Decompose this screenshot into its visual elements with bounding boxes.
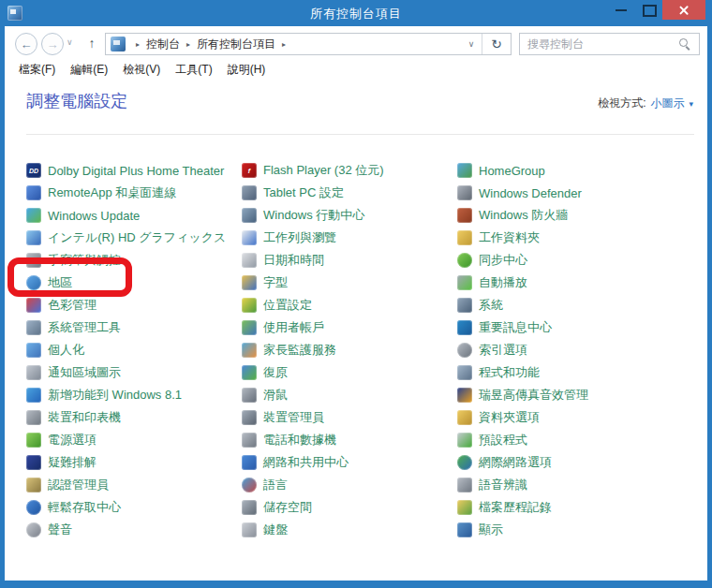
device-manager-icon — [242, 410, 257, 425]
control-panel-item[interactable]: 瑞昱高傳真音效管理 — [457, 384, 693, 406]
control-panel-item[interactable]: 手寫筆與觸控 — [26, 249, 242, 272]
item-label: 資料夾選項 — [479, 409, 540, 426]
address-dropdown-button[interactable]: ∨ — [461, 34, 482, 54]
control-panel-item[interactable]: 復原 — [242, 361, 457, 384]
control-panel-item[interactable]: 語音辨識 — [457, 474, 693, 496]
breadcrumb-all-items[interactable]: 所有控制台項目 — [197, 37, 275, 52]
menu-help[interactable]: 說明(H) — [220, 59, 274, 81]
item-label: 電話和數據機 — [263, 432, 336, 448]
control-panel-item[interactable]: Windows 防火牆 — [457, 204, 693, 227]
refresh-button[interactable]: ↻ — [482, 34, 511, 54]
control-panel-item[interactable]: 認證管理員 — [26, 474, 242, 496]
control-panel-item[interactable]: 使用者帳戶 — [242, 316, 457, 339]
control-panel-item[interactable]: 系統 — [457, 294, 693, 316]
control-panel-item[interactable]: 疑難排解 — [26, 451, 242, 474]
search-box[interactable] — [519, 33, 700, 55]
close-button[interactable] — [662, 0, 705, 20]
control-panel-item[interactable]: 色彩管理 — [26, 294, 242, 316]
breadcrumb-separator-icon: ▸ — [136, 40, 140, 49]
control-panel-item[interactable]: 鍵盤 — [242, 519, 457, 541]
control-panel-item[interactable]: DDDolby Digital Plus Home Theater — [26, 159, 242, 182]
maximize-button[interactable] — [637, 0, 661, 21]
search-input[interactable] — [520, 37, 677, 51]
control-panel-item[interactable]: 系統管理工具 — [26, 316, 242, 339]
control-panel-item[interactable]: 新增功能到 Windows 8.1 — [26, 384, 242, 406]
control-panel-item[interactable]: HomeGroup — [457, 159, 693, 182]
control-panel-item[interactable]: 字型 — [242, 272, 457, 294]
control-panel-item[interactable]: 裝置和印表機 — [26, 406, 242, 429]
close-icon — [678, 5, 690, 16]
item-label: 日期和時間 — [263, 252, 324, 269]
breadcrumb-control-panel[interactable]: 控制台 — [146, 37, 180, 52]
control-panel-item[interactable]: fFlash Player (32 位元) — [242, 159, 457, 182]
menu-tools[interactable]: 工具(T) — [168, 59, 219, 81]
intel-hd-graphics-icon — [26, 230, 41, 245]
control-panel-item[interactable]: 電源選項 — [26, 429, 242, 451]
control-panel-item[interactable]: 工作列與瀏覽 — [242, 227, 457, 249]
internet-options-icon — [457, 455, 472, 470]
item-label: Tablet PC 設定 — [263, 184, 344, 201]
minimize-button[interactable] — [609, 0, 633, 21]
item-label: 索引選項 — [479, 342, 527, 359]
control-panel-item[interactable]: 電話和數據機 — [242, 429, 457, 451]
control-panel-item[interactable]: 程式和功能 — [457, 361, 693, 384]
file-history-icon — [457, 500, 472, 515]
storage-spaces-icon — [242, 500, 257, 515]
control-panel-item[interactable]: 預設程式 — [457, 429, 693, 451]
menu-edit[interactable]: 編輯(E) — [63, 59, 115, 81]
control-panel-item[interactable]: 地區 — [26, 272, 242, 294]
view-by-value[interactable]: 小圖示 — [650, 96, 684, 111]
up-button[interactable]: ↑ — [82, 33, 102, 53]
control-panel-item[interactable]: 個人化 — [26, 339, 242, 361]
control-panel-item[interactable]: 聲音 — [26, 519, 242, 541]
item-label: 工作列與瀏覽 — [263, 229, 336, 246]
control-panel-item[interactable]: Tablet PC 設定 — [242, 182, 457, 204]
control-panel-item[interactable]: 輕鬆存取中心 — [26, 496, 242, 519]
control-panel-item[interactable]: 同步中心 — [457, 249, 693, 272]
control-panel-item[interactable]: 通知區域圖示 — [26, 361, 242, 384]
control-panel-item[interactable]: 網際網路選項 — [457, 451, 693, 474]
recent-pages-button[interactable]: ∨ — [67, 37, 73, 47]
mouse-icon — [242, 388, 257, 403]
control-panel-item[interactable]: 索引選項 — [457, 339, 693, 361]
control-panel-item[interactable]: 顯示 — [457, 519, 693, 541]
control-panel-item[interactable]: 家長監護服務 — [242, 339, 457, 361]
item-label: 重要訊息中心 — [479, 319, 552, 336]
control-panel-item[interactable]: インテル(R) HD グラフィックス — [26, 227, 242, 249]
control-panel-item[interactable]: 位置設定 — [242, 294, 457, 316]
item-label: 同步中心 — [479, 252, 527, 269]
control-panel-item[interactable]: 工作資料夾 — [457, 227, 693, 249]
item-label: 復原 — [263, 364, 288, 381]
control-panel-item[interactable]: RemoteApp 和桌面連線 — [26, 182, 242, 204]
control-panel-item[interactable]: 網路和共用中心 — [242, 451, 457, 474]
control-panel-item[interactable]: Windows Update — [26, 204, 242, 227]
control-panel-item[interactable]: 語言 — [242, 474, 457, 496]
control-panel-item[interactable]: 檔案歷程記錄 — [457, 496, 693, 519]
maximize-icon — [643, 5, 657, 17]
control-panel-item[interactable]: 滑鼠 — [242, 384, 457, 406]
control-panel-item[interactable]: 自動播放 — [457, 272, 693, 294]
control-panel-item[interactable]: Windows 行動中心 — [242, 204, 457, 227]
control-panel-item[interactable]: 儲存空間 — [242, 496, 457, 519]
address-bar[interactable]: ▸ 控制台 ▸ 所有控制台項目 ▸ ∨ ↻ — [105, 33, 512, 55]
fonts-icon — [242, 275, 257, 290]
item-label: 疑難排解 — [48, 454, 96, 471]
menu-view[interactable]: 檢視(V) — [115, 59, 168, 81]
breadcrumb-control-panel-icon — [111, 37, 126, 51]
control-panel-window: 所有控制台項目 ← → ∨ ↑ ▸ 控制台 ▸ 所有控制台項目 ▸ ∨ ↻ — [0, 0, 712, 588]
item-label: 地區 — [48, 274, 72, 291]
back-button[interactable]: ← — [15, 33, 37, 55]
control-panel-item[interactable]: 資料夾選項 — [457, 406, 693, 429]
remoteapp-icon — [26, 185, 41, 200]
caret-down-icon: ▾ — [689, 99, 693, 109]
forward-button[interactable]: → — [41, 33, 64, 55]
family-safety-icon — [242, 343, 257, 358]
control-panel-item[interactable]: 裝置管理員 — [242, 406, 457, 429]
menu-file[interactable]: 檔案(F) — [11, 59, 63, 81]
view-by: 檢視方式: 小圖示 ▾ — [598, 96, 693, 111]
item-label: 鍵盤 — [263, 522, 288, 538]
control-panel-item[interactable]: 日期和時間 — [242, 249, 457, 272]
control-panel-item[interactable]: 重要訊息中心 — [457, 316, 693, 339]
item-label: 家長監護服務 — [263, 342, 336, 359]
control-panel-item[interactable]: Windows Defender — [457, 182, 693, 204]
